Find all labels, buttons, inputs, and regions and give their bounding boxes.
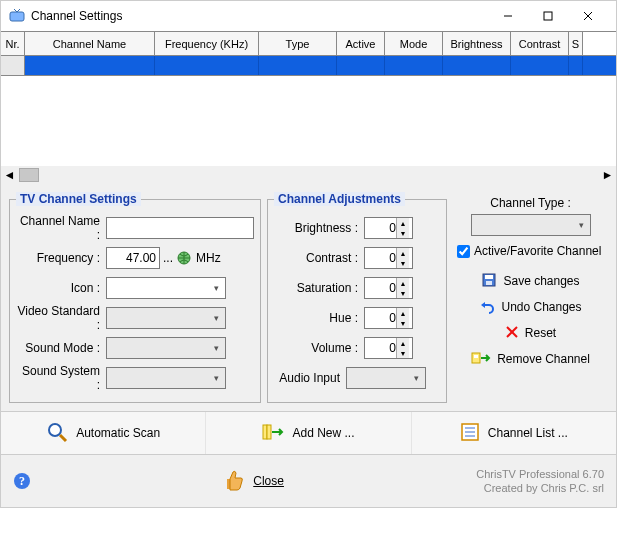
saturation-value[interactable] <box>368 281 396 295</box>
credits: ChrisTV Professional 6.70 Created by Chr… <box>476 467 604 496</box>
step-up-icon[interactable]: ▲ <box>397 308 409 318</box>
list-label: Channel List ... <box>488 426 568 440</box>
product-name: ChrisTV Professional 6.70 <box>476 467 604 481</box>
globe-icon[interactable] <box>176 250 192 266</box>
titlebar: Channel Settings <box>1 1 616 31</box>
chevron-down-icon: ▾ <box>214 283 222 293</box>
step-down-icon[interactable]: ▼ <box>397 318 409 328</box>
channel-name-label: Channel Name : <box>16 214 106 242</box>
col-type[interactable]: Type <box>259 32 337 55</box>
saturation-stepper[interactable]: ▲▼ <box>364 277 413 299</box>
svg-text:?: ? <box>19 474 25 488</box>
step-up-icon[interactable]: ▲ <box>397 338 409 348</box>
channel-type-combo[interactable]: ▾ <box>471 214 591 236</box>
col-contrast[interactable]: Contrast <box>511 32 569 55</box>
svg-point-13 <box>49 424 61 436</box>
add-new-button[interactable]: Add New ... <box>206 412 411 454</box>
frequency-unit: MHz <box>196 251 221 265</box>
chevron-down-icon: ▾ <box>579 220 587 230</box>
contrast-stepper[interactable]: ▲▼ <box>364 247 413 269</box>
horizontal-scrollbar[interactable]: ◄ ► <box>1 166 616 184</box>
step-up-icon[interactable]: ▲ <box>397 218 409 228</box>
hue-label: Hue : <box>274 311 364 325</box>
channel-name-input[interactable] <box>106 217 254 239</box>
chevron-down-icon: ▾ <box>414 373 422 383</box>
svg-rect-12 <box>474 355 478 358</box>
reset-label: Reset <box>525 326 556 340</box>
volume-stepper[interactable]: ▲▼ <box>364 337 413 359</box>
close-button[interactable] <box>568 2 608 30</box>
icon-label: Icon : <box>16 281 106 295</box>
saturation-label: Saturation : <box>274 281 364 295</box>
col-frequency[interactable]: Frequency (KHz) <box>155 32 259 55</box>
grid-header: Nr. Channel Name Frequency (KHz) Type Ac… <box>1 32 616 56</box>
grid-empty-area <box>1 76 616 166</box>
volume-value[interactable] <box>368 341 396 355</box>
grid-row-selected[interactable] <box>1 56 616 76</box>
channel-adjustments: Channel Adjustments Brightness : ▲▼ Cont… <box>267 192 447 403</box>
svg-rect-2 <box>544 12 552 20</box>
icon-combo[interactable]: ▾ <box>106 277 226 299</box>
video-standard-label: Video Standard : <box>16 304 106 332</box>
scroll-left-icon[interactable]: ◄ <box>1 167 18 184</box>
hue-stepper[interactable]: ▲▼ <box>364 307 413 329</box>
magnifier-icon <box>46 421 68 446</box>
active-favorite-checkbox[interactable]: Active/Favorite Channel <box>457 244 606 258</box>
brightness-value[interactable] <box>368 221 396 235</box>
automatic-scan-button[interactable]: Automatic Scan <box>1 412 206 454</box>
add-label: Add New ... <box>292 426 354 440</box>
col-mode[interactable]: Mode <box>385 32 443 55</box>
svg-rect-7 <box>485 275 493 279</box>
tv-channel-settings: TV Channel Settings Channel Name : Frequ… <box>9 192 261 403</box>
close-dialog-button[interactable]: Close <box>31 469 476 494</box>
hue-value[interactable] <box>368 311 396 325</box>
video-standard-combo[interactable]: ▾ <box>106 307 226 329</box>
col-active[interactable]: Active <box>337 32 385 55</box>
sound-system-label: Sound System : <box>16 364 106 392</box>
step-up-icon[interactable]: ▲ <box>397 248 409 258</box>
brightness-stepper[interactable]: ▲▼ <box>364 217 413 239</box>
contrast-value[interactable] <box>368 251 396 265</box>
undo-changes-button[interactable]: Undo Changes <box>455 294 606 320</box>
col-brightness[interactable]: Brightness <box>443 32 511 55</box>
maximize-button[interactable] <box>528 2 568 30</box>
reset-button[interactable]: Reset <box>455 320 606 346</box>
step-down-icon[interactable]: ▼ <box>397 228 409 238</box>
step-down-icon[interactable]: ▼ <box>397 348 409 358</box>
window: Channel Settings Nr. Channel Name Freque… <box>0 0 617 508</box>
col-channel[interactable]: Channel Name <box>25 32 155 55</box>
scroll-right-icon[interactable]: ► <box>599 167 616 184</box>
sound-mode-combo[interactable]: ▾ <box>106 337 226 359</box>
button-bar: Automatic Scan Add New ... Channel List … <box>1 411 616 455</box>
svg-rect-16 <box>267 425 271 439</box>
save-changes-button[interactable]: Save changes <box>455 268 606 294</box>
frequency-input[interactable] <box>106 247 160 269</box>
audio-input-combo[interactable]: ▾ <box>346 367 426 389</box>
channel-grid: Nr. Channel Name Frequency (KHz) Type Ac… <box>1 31 616 184</box>
add-icon <box>262 423 284 444</box>
active-favorite-label: Active/Favorite Channel <box>474 244 601 258</box>
step-down-icon[interactable]: ▼ <box>397 258 409 268</box>
brightness-label: Brightness : <box>274 221 364 235</box>
svg-rect-8 <box>486 281 492 285</box>
thumbs-up-icon <box>223 469 245 494</box>
col-s[interactable]: S <box>569 32 583 55</box>
col-nr[interactable]: Nr. <box>1 32 25 55</box>
minimize-button[interactable] <box>488 2 528 30</box>
adjustments-legend: Channel Adjustments <box>274 192 405 206</box>
remove-channel-button[interactable]: Remove Channel <box>455 346 606 372</box>
active-favorite-check[interactable] <box>457 245 470 258</box>
help-icon[interactable]: ? <box>13 472 31 490</box>
chevron-down-icon: ▾ <box>214 343 222 353</box>
undo-label: Undo Changes <box>501 300 581 314</box>
sound-system-combo[interactable]: ▾ <box>106 367 226 389</box>
scroll-thumb[interactable] <box>19 168 39 182</box>
svg-rect-0 <box>10 12 24 21</box>
svg-line-14 <box>60 435 66 441</box>
frequency-more-icon[interactable]: ... <box>160 251 176 265</box>
app-icon <box>9 8 25 24</box>
channel-list-button[interactable]: Channel List ... <box>412 412 616 454</box>
step-up-icon[interactable]: ▲ <box>397 278 409 288</box>
channel-type-label: Channel Type : <box>455 196 606 210</box>
step-down-icon[interactable]: ▼ <box>397 288 409 298</box>
